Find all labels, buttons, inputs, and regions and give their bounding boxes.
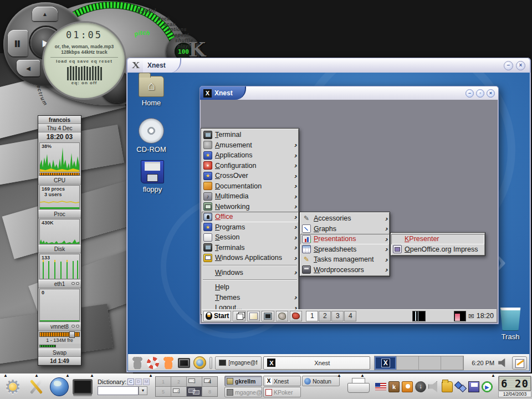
menu-item-graphs[interactable]: Graphs› — [300, 224, 389, 234]
outer-titlebar[interactable]: X Xnest − × — [127, 58, 530, 73]
outer-window-title[interactable]: Xnest — [143, 58, 181, 73]
menu-item-openoffice-org-impress[interactable]: OpenOffice.org Impress — [391, 244, 484, 255]
vmnet-chart[interactable]: 0 — [39, 289, 80, 322]
menu-item-windows[interactable]: Windows› — [202, 268, 298, 278]
menu-item-help[interactable]: Help — [202, 282, 298, 293]
desktop-launcher[interactable] — [247, 311, 260, 321]
pager-desktop-1[interactable]: 1 — [156, 377, 171, 386]
cpu-label[interactable]: CPU — [38, 176, 81, 185]
desktop-icon-cdrom[interactable]: CD-ROM — [132, 118, 171, 154]
start-button[interactable]: Start — [203, 311, 231, 321]
eq-buttons[interactable]: load eq save eq reset — [56, 59, 112, 64]
fs-meter[interactable] — [39, 332, 80, 337]
load-applet[interactable] — [412, 311, 426, 321]
inner-close-button[interactable]: × — [487, 89, 495, 98]
window-list-button[interactable] — [233, 311, 245, 321]
help-launcher[interactable] — [146, 356, 160, 370]
pager-desktop-3[interactable]: 3 — [187, 377, 202, 386]
dictionary-input[interactable] — [98, 386, 139, 395]
volume-icon[interactable] — [498, 359, 507, 367]
inner-minimize-button[interactable]: − — [466, 89, 474, 98]
menu-item-office[interactable]: Office› — [202, 212, 298, 222]
gnome-pager-desktop-3[interactable] — [419, 356, 441, 370]
swap-label[interactable]: Swap — [38, 349, 81, 357]
organizer-icon[interactable] — [402, 381, 413, 392]
menu-item-wordprocessors[interactable]: Wordprocessors› — [300, 265, 389, 275]
vmnet8-label[interactable]: vmnet8 — [38, 323, 81, 331]
desktop-icon-home[interactable]: Home — [132, 76, 171, 107]
inner-title-tab[interactable]: X Xnest — [200, 86, 246, 100]
monitor-applet[interactable] — [454, 311, 466, 321]
outer-close-button[interactable]: × — [516, 61, 525, 70]
inner-maximize-button[interactable]: ▫ — [476, 89, 484, 98]
task-noatun[interactable]: Noatun — [302, 376, 340, 386]
eq-toggle[interactable]: eq: on off — [71, 80, 97, 85]
applet-handle-icon[interactable]: ▲ — [337, 374, 341, 378]
terminal-launcher[interactable] — [71, 375, 94, 398]
menu-item-applications[interactable]: Applications› — [202, 150, 298, 161]
inner-titlebar[interactable]: X Xnest − ▫ × — [200, 86, 498, 100]
inner-pager-desktop-1[interactable]: 1 — [306, 311, 318, 321]
pager-desktop-8[interactable]: 8 — [202, 387, 217, 396]
gnome-app-launcher[interactable] — [290, 311, 302, 321]
disk-chart[interactable]: 430K — [39, 219, 80, 244]
dictionary-c-button[interactable]: C — [127, 378, 134, 385]
dictionary-d-button[interactable]: D — [135, 378, 142, 385]
gnome-menu-launcher[interactable] — [130, 356, 144, 370]
inner-clock[interactable]: 18:20 — [477, 312, 495, 320]
menu-item-crossover[interactable]: CrossOver› — [202, 171, 298, 181]
menu-item-kpresenter[interactable]: KPresenter — [391, 234, 484, 244]
screen-launcher[interactable] — [177, 356, 191, 370]
download-icon[interactable]: ↓ — [415, 381, 426, 392]
pager-desktop-2[interactable]: 2 — [171, 377, 186, 386]
menu-item-configuration[interactable]: Configuration› — [202, 161, 298, 171]
dictionary-dropdown-button[interactable]: ▼ — [139, 386, 147, 395]
menu-item-session[interactable]: Session› — [202, 232, 298, 243]
menu-item-terminals[interactable]: Terminals› — [202, 243, 298, 253]
task-xnest[interactable]: XXnest — [263, 376, 301, 386]
inner-pager-desktop-2[interactable]: 2 — [319, 311, 331, 321]
pager-desktop-5[interactable]: 5 — [156, 387, 171, 396]
printer-icon[interactable] — [347, 378, 369, 396]
task-mgagne[interactable]: mgagne@ — [224, 387, 262, 397]
gnome-pager-desktop-4[interactable] — [441, 356, 463, 370]
menu-item-windows-applications[interactable]: Windows Applications› — [202, 253, 298, 263]
net-chart[interactable]: 133 — [39, 254, 80, 279]
inner-pager-desktop-3[interactable]: 3 — [331, 311, 344, 321]
menu-item-multimedia[interactable]: Multimedia› — [202, 191, 298, 202]
dock-label[interactable]: dock — [157, 16, 170, 22]
fs-slider[interactable] — [69, 331, 75, 338]
disk-label[interactable]: Disk — [38, 245, 81, 253]
player-icon[interactable]: ▶ — [482, 381, 493, 392]
outer-minimize-button[interactable]: − — [504, 61, 513, 70]
web-launcher[interactable] — [193, 356, 207, 370]
pager-desktop-4[interactable]: 4 — [202, 377, 217, 386]
menu-item-programs[interactable]: Programs› — [202, 222, 298, 233]
inner-pager-desktop-4[interactable]: 4 — [344, 311, 356, 321]
task-kpoker[interactable]: KPoker — [263, 387, 301, 397]
tools-launcher[interactable] — [24, 375, 48, 398]
terminal-launcher[interactable] — [262, 311, 274, 321]
volume-icon[interactable] — [428, 381, 439, 392]
task-terminal[interactable]: [mgagne@francois: / — [215, 356, 262, 370]
task-xnest[interactable]: X Xnest — [263, 356, 370, 370]
menu-item-amusement[interactable]: Amusement› — [202, 140, 298, 151]
k-menu-button[interactable]: ⚙ — [1, 375, 24, 398]
pager-desktop-7[interactable]: 7 — [187, 387, 202, 396]
gnome-clock[interactable]: 6:20 PM — [472, 360, 494, 366]
menu-item-networking[interactable]: Networking› — [202, 202, 298, 212]
gimp-launcher[interactable] — [276, 311, 288, 321]
gnome-app-launcher[interactable] — [162, 356, 176, 370]
disk-icon[interactable] — [468, 381, 479, 392]
applet-handle-icon[interactable]: ▲ — [149, 374, 153, 378]
network-icon[interactable] — [455, 381, 466, 392]
gnome-pager-desktop-1[interactable]: X — [375, 356, 397, 370]
repeat-label[interactable]: repeat — [172, 32, 189, 38]
proc-label[interactable]: Proc — [38, 210, 81, 218]
mail-icon[interactable]: ✉ — [468, 312, 474, 320]
task-gkrellm[interactable]: gkrellm — [224, 376, 262, 386]
clock-applet[interactable]: 6 20 12/04/2003 — [498, 376, 531, 397]
menu-item-tasks-management[interactable]: Tasks management› — [300, 254, 389, 265]
menu-item-themes[interactable]: Themes› — [202, 293, 298, 303]
klipper-icon[interactable]: k — [388, 381, 400, 392]
